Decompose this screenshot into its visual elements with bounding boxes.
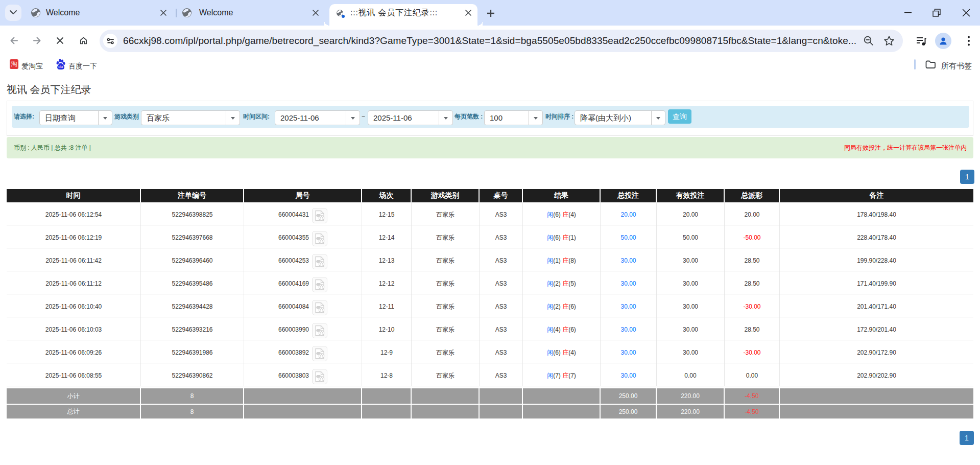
svg-text:du: du	[58, 64, 63, 69]
